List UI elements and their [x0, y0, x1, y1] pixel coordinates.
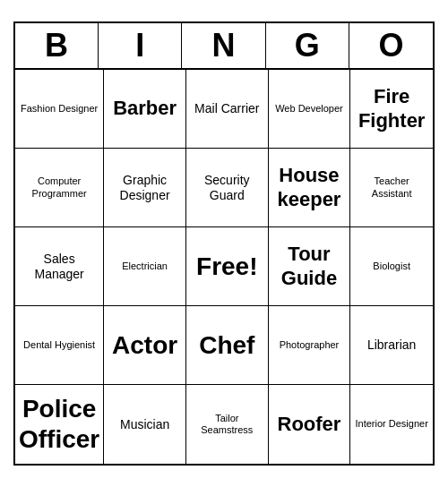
cell-text: Computer Programmer — [19, 175, 99, 199]
cell-text: Fire Fighter — [354, 85, 429, 132]
cell-text: Interior Designer — [355, 418, 427, 430]
bingo-cell: Fashion Designer — [15, 70, 104, 149]
bingo-cell: Graphic Designer — [104, 149, 186, 227]
bingo-cell: Electrician — [104, 227, 186, 306]
cell-text: Photographer — [280, 339, 340, 351]
bingo-cell: Roofer — [269, 385, 351, 464]
cell-text: Web Developer — [275, 103, 343, 115]
cell-text: Chef — [199, 330, 254, 361]
bingo-cell: Tailor Seamstress — [186, 385, 269, 464]
bingo-cell: Police Officer — [15, 385, 104, 464]
bingo-cell: Mail Carrier — [186, 70, 269, 149]
cell-text: Teacher Assistant — [354, 175, 429, 199]
bingo-cell: Security Guard — [186, 149, 269, 227]
cell-text: Roofer — [278, 413, 341, 436]
cell-text: Security Guard — [190, 173, 264, 203]
bingo-cell: Free! — [186, 227, 269, 306]
header-letter: G — [266, 23, 349, 68]
bingo-cell: Actor — [104, 306, 186, 385]
cell-text: Librarian — [367, 337, 416, 353]
bingo-cell: Computer Programmer — [15, 149, 104, 227]
header-letter: B — [15, 23, 99, 68]
cell-text: Graphic Designer — [108, 173, 182, 203]
cell-text: Sales Manager — [19, 252, 99, 282]
cell-text: Dental Hygienist — [23, 339, 95, 351]
bingo-cell: Biologist — [350, 227, 433, 306]
bingo-cell: Librarian — [350, 306, 433, 385]
cell-text: Free! — [196, 252, 257, 282]
cell-text: Biologist — [373, 261, 410, 272]
bingo-grid: Fashion DesignerBarberMail CarrierWeb De… — [15, 70, 433, 464]
cell-text: Actor — [112, 330, 177, 361]
cell-text: Mail Carrier — [194, 101, 259, 116]
bingo-cell: Teacher Assistant — [350, 149, 433, 227]
cell-text: Musician — [120, 417, 169, 432]
bingo-cell: Sales Manager — [15, 227, 104, 306]
cell-text: Electrician — [122, 261, 168, 272]
bingo-cell: Tour Guide — [269, 227, 351, 306]
bingo-cell: Barber — [104, 70, 186, 149]
bingo-cell: Web Developer — [269, 70, 351, 149]
cell-text: Fashion Designer — [21, 103, 98, 115]
header-letter: I — [99, 23, 182, 68]
bingo-cell: Photographer — [269, 306, 351, 385]
header-letter: O — [349, 23, 433, 68]
bingo-cell: Musician — [104, 385, 186, 464]
bingo-cell: Chef — [186, 306, 269, 385]
bingo-cell: Fire Fighter — [350, 70, 433, 149]
bingo-cell: Dental Hygienist — [15, 306, 104, 385]
bingo-cell: Interior Designer — [350, 385, 433, 464]
cell-text: Tour Guide — [272, 243, 347, 290]
bingo-header: BINGO — [15, 23, 433, 70]
cell-text: Barber — [113, 97, 177, 120]
bingo-cell: House keeper — [269, 149, 351, 227]
bingo-card: BINGO Fashion DesignerBarberMail Carrier… — [13, 21, 435, 466]
cell-text: Police Officer — [19, 394, 99, 454]
header-letter: N — [182, 23, 265, 68]
cell-text: House keeper — [272, 164, 347, 211]
cell-text: Tailor Seamstress — [190, 413, 264, 436]
